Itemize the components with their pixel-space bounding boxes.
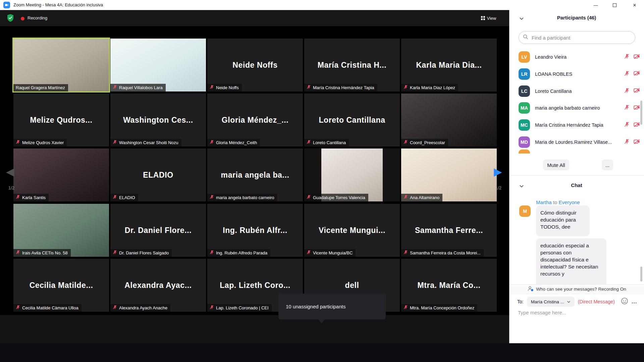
- side-panel: Participants (46) LVLeandro VieiraLRLOAN…: [509, 10, 644, 343]
- previous-page-arrow[interactable]: ◀: [6, 166, 14, 177]
- video-tile[interactable]: ELADIOELADIO: [110, 148, 206, 201]
- video-off-icon: [634, 122, 640, 128]
- participant-row[interactable]: LCLoreto Cantillana: [519, 84, 640, 98]
- partial-avatar: [519, 149, 530, 154]
- participants-header: Participants (46): [509, 15, 644, 20]
- chat-sender-line: Martha to Everyone: [536, 199, 580, 205]
- video-tile[interactable]: Loreto CantillanaLoreto Cantillana: [304, 94, 400, 146]
- chat-to-row: To: María Cristina ... (Direct Message) …: [517, 297, 637, 307]
- mic-off-icon: [16, 305, 20, 310]
- close-button[interactable]: ✕: [627, 0, 643, 10]
- mic-off-icon: [624, 139, 630, 145]
- video-tile[interactable]: Irais Avila CETis No. 58: [13, 204, 109, 257]
- participant-name: LOANA ROBLES: [535, 71, 572, 77]
- video-tile[interactable]: Karla Maria Dia...Karla Maria Diaz López: [401, 39, 497, 92]
- panel-divider: [509, 175, 644, 176]
- video-tile[interactable]: Coord_Preescolar: [401, 94, 497, 146]
- person-audience-icon: [528, 286, 534, 292]
- video-tile[interactable]: Raquel Villalobos Lara: [110, 39, 206, 92]
- view-button[interactable]: View: [481, 14, 496, 22]
- mic-off-icon: [624, 54, 630, 60]
- mic-off-icon: [113, 250, 117, 255]
- mic-off-icon: [307, 85, 311, 90]
- participant-row[interactable]: MCMaría Cristina Hernández Tapia: [519, 118, 640, 132]
- video-tile[interactable]: Ana Altamirano: [401, 148, 497, 201]
- mic-off-icon: [210, 85, 214, 90]
- mic-off-icon: [113, 195, 117, 200]
- mic-off-icon: [404, 195, 408, 200]
- mic-off-icon: [624, 105, 630, 111]
- chat-sender: Martha: [536, 199, 552, 205]
- tile-name-label: Washington Cesar Shoiti Nozu: [110, 139, 181, 146]
- tile-name-label: Neide Noffs: [207, 84, 242, 92]
- tile-name-label: Mtra. María Concepción Ordoñez: [401, 304, 477, 312]
- participant-name: María Cristina Hernández Tapia: [535, 122, 603, 128]
- grid-view-icon: [481, 16, 485, 20]
- video-tile[interactable]: Neide NoffsNeide Noffs: [207, 39, 303, 92]
- avatar: MD: [519, 136, 530, 148]
- maximize-button[interactable]: [606, 0, 623, 10]
- video-off-icon: [634, 105, 640, 111]
- minimize-button[interactable]: —: [588, 0, 604, 10]
- participant-row[interactable]: MDMaria de Lourdes.Ramirez Villase...: [519, 135, 640, 149]
- zoom-app-icon: [3, 2, 10, 8]
- tile-name-label: Cecilia Matilde Càmara Ulloa: [13, 304, 82, 312]
- participant-name: Maria de Lourdes.Ramirez Villase...: [535, 139, 612, 145]
- mic-off-icon: [624, 71, 630, 77]
- video-tile[interactable]: Gloria Méndez_...Gloria Méndez_Ceith: [207, 94, 303, 146]
- mic-off-icon: [16, 250, 20, 255]
- tile-name-label: Dr. Daniel Flores Salgado: [110, 249, 172, 257]
- participant-row[interactable]: LVLeandro Vieira: [519, 50, 640, 64]
- participant-row[interactable]: MAmaria angela barbato carneiro: [519, 101, 640, 115]
- participant-row[interactable]: LRLOANA ROBLES: [519, 67, 640, 81]
- participant-search[interactable]: [519, 31, 635, 44]
- message-input-wrap: [517, 309, 635, 316]
- video-tile[interactable]: Vicente Mungui...Vicente Munguia/BC: [304, 204, 400, 257]
- video-tile[interactable]: maria angela ba...maria angela barbato c…: [207, 148, 303, 201]
- video-tile[interactable]: Cecilia Matilde...Cecilia Matilde Càmara…: [13, 259, 109, 312]
- video-tile[interactable]: Samantha Ferre...Samantha Ferreira da Co…: [401, 204, 497, 257]
- mic-off-icon: [210, 305, 214, 310]
- video-off-icon: [634, 71, 640, 77]
- mic-off-icon: [113, 305, 117, 310]
- avatar: LR: [519, 68, 530, 80]
- video-tile[interactable]: Melize Qudros...Melize Qudros Xavier: [13, 94, 109, 146]
- video-tile[interactable]: Washington Ces...Washington Cesar Shoiti…: [110, 94, 206, 146]
- chat-more-button[interactable]: ...: [632, 299, 637, 305]
- breakout-tooltip-arrow: [318, 319, 325, 323]
- emoji-icon[interactable]: [621, 297, 628, 306]
- video-tile[interactable]: Karla Santis: [13, 148, 109, 201]
- encryption-shield-icon: [7, 14, 14, 23]
- to-label: To:: [517, 299, 524, 304]
- recipient-dropdown[interactable]: María Cristina ...: [527, 297, 575, 307]
- video-tile[interactable]: Raquel Gragera Martínez: [13, 39, 109, 92]
- mic-off-icon: [404, 85, 408, 90]
- tile-name-label: Lap. Lizeth Coronado | CEI: [207, 304, 272, 312]
- video-tile[interactable]: María Cristina H...María Cristina Hernán…: [304, 39, 400, 92]
- video-tile[interactable]: Mtra. María Co...Mtra. María Concepción …: [401, 259, 497, 312]
- tile-name-label: Karla Maria Diaz López: [401, 84, 458, 92]
- recording-dot-icon: [21, 17, 24, 20]
- tile-name-label: María Cristina Hernández Tapia: [304, 84, 377, 92]
- avatar: LC: [519, 85, 530, 97]
- video-tile[interactable]: Ing. Rubén Alfr...Ing. Rubén Alfredo Par…: [207, 204, 303, 257]
- chat-privacy-notice: Who can see your messages? Recording On: [509, 284, 644, 294]
- message-input[interactable]: [517, 309, 636, 316]
- mic-off-icon: [16, 140, 20, 145]
- video-grid: Raquel Gragera MartínezRaquel Villalobos…: [0, 26, 509, 315]
- mic-off-icon: [113, 85, 117, 90]
- participants-more-button[interactable]: ...: [602, 160, 613, 170]
- next-page-arrow[interactable]: ▶: [494, 166, 502, 177]
- search-input[interactable]: [531, 35, 626, 41]
- avatar: MA: [519, 102, 530, 114]
- tile-name-label: Gloria Méndez_Ceith: [207, 139, 260, 146]
- title-bar: Zoom Meeting - Mesa 4A: Educación inclus…: [0, 0, 644, 10]
- video-tile[interactable]: Alexandra Ayac...Alexandra Ayach Anache: [110, 259, 206, 312]
- tile-name-label: Raquel Villalobos Lara: [110, 84, 166, 92]
- video-tile[interactable]: Dr. Daniel Flore...Dr. Daniel Flores Sal…: [110, 204, 206, 257]
- participants-scrollbar[interactable]: [640, 101, 642, 125]
- video-tile[interactable]: Guadalupe Torres Valencia: [304, 148, 400, 201]
- mute-all-button[interactable]: Mute All: [543, 160, 569, 170]
- chat-scrollbar[interactable]: [640, 266, 642, 282]
- participant-video: [13, 39, 109, 92]
